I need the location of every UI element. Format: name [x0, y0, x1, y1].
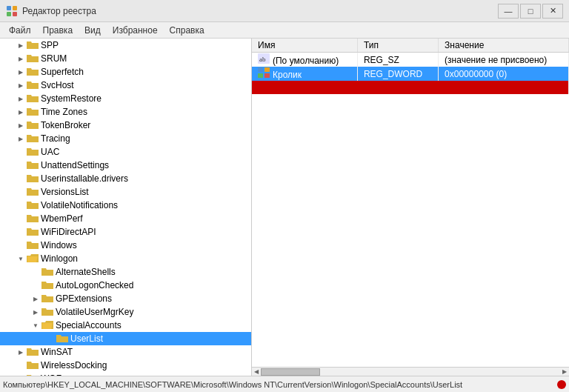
expander-specialaccounts[interactable]: ▼: [30, 319, 41, 331]
svg-rect-1: [13, 6, 17, 10]
folder-icon-wifidirectapi: [27, 227, 39, 237]
folder-icon-systemrestore: [27, 93, 39, 104]
tree-item-wirelessdocking[interactable]: WirelessDocking: [0, 359, 251, 372]
tree-item-tracing[interactable]: ▶ Tracing: [0, 132, 251, 145]
close-button[interactable]: ✕: [542, 4, 563, 19]
folder-icon-alternateshells: [41, 267, 53, 277]
scroll-thumb[interactable]: [261, 368, 320, 376]
tree-label-userlist: UserList: [70, 333, 103, 344]
expander-winlogon[interactable]: ▼: [15, 253, 27, 265]
menu-item-файл[interactable]: Файл: [3, 22, 37, 38]
tree-label-systemrestore: SystemRestore: [41, 93, 102, 104]
svg-rect-8: [258, 73, 263, 78]
tree-item-volatilenotifications[interactable]: VolatileNotifications: [0, 199, 251, 212]
tree-item-tokenbroker[interactable]: ▶ TokenBroker: [0, 119, 251, 132]
tree-item-srum[interactable]: ▶ SRUM: [0, 52, 251, 65]
menu-item-избранное[interactable]: Избранное: [107, 22, 164, 38]
status-text: Компьютер\HKEY_LOCAL_MACHINE\SOFTWARE\Mi…: [3, 380, 554, 389]
table-row[interactable]: КроликREG_DWORD0x00000000 (0): [252, 67, 569, 81]
expander-systemrestore[interactable]: ▶: [15, 93, 27, 104]
tree-item-superfetch[interactable]: ▶ Superfetch: [0, 65, 251, 79]
tree-item-wifidirectapi[interactable]: WiFiDirectAPI: [0, 225, 251, 239]
folder-icon-winsat: [27, 347, 39, 357]
menu-item-справка[interactable]: Справка: [164, 22, 210, 38]
minimize-button[interactable]: —: [498, 4, 519, 19]
tree-item-wbemperf[interactable]: WbemPerf: [0, 212, 251, 225]
svg-rect-7: [264, 67, 270, 72]
folder-icon-tokenbroker: [27, 120, 39, 130]
expander-uac[interactable]: [15, 146, 27, 158]
expander-windows[interactable]: [15, 239, 27, 251]
expander-volatilenotifications[interactable]: [15, 199, 27, 211]
expander-unattendsettings[interactable]: [15, 159, 27, 171]
value-name-text-1: Кролик: [273, 70, 302, 80]
tree-item-volatileusermgrkey[interactable]: ▶ VolatileUserMgrKey: [0, 305, 251, 319]
cell-type-1: REG_DWORD: [357, 67, 438, 81]
expander-tokenbroker[interactable]: ▶: [15, 119, 27, 131]
expander-gpextensions[interactable]: ▶: [30, 293, 41, 305]
folder-icon-spp: [27, 40, 39, 50]
expander-alternateshells[interactable]: [30, 266, 41, 278]
maximize-button[interactable]: □: [520, 4, 541, 19]
values-panel: Имя Тип Значение ab(По умолчанию)REG_SZ(…: [252, 39, 569, 376]
tree-item-versionslist[interactable]: VersionsList: [0, 185, 251, 199]
tree-item-unattendsettings[interactable]: UnattendSettings: [0, 159, 251, 172]
window-controls: — □ ✕: [498, 4, 563, 19]
tree-label-spp: SPP: [41, 40, 59, 50]
status-bar: Компьютер\HKEY_LOCAL_MACHINE\SOFTWARE\Mi…: [0, 376, 569, 392]
table-row[interactable]: ab(По умолчанию)REG_SZ(значение не присв…: [252, 53, 569, 67]
expander-srum[interactable]: ▶: [15, 53, 27, 64]
expander-wbemperf[interactable]: [15, 213, 27, 225]
tree-item-autologonchecked[interactable]: AutoLogonChecked: [0, 279, 251, 292]
scroll-right-btn[interactable]: ▶: [560, 368, 569, 376]
expander-winsat[interactable]: ▶: [15, 346, 27, 358]
folder-icon-srum: [27, 53, 39, 64]
selection-line-row: [252, 81, 569, 94]
tree-label-wbemperf: WbemPerf: [41, 213, 83, 224]
folder-icon-volatilenotifications: [27, 200, 39, 210]
dword-icon: [258, 67, 270, 78]
expander-tracing[interactable]: ▶: [15, 133, 27, 144]
expander-versionslist[interactable]: [15, 186, 27, 198]
expander-spp[interactable]: ▶: [15, 39, 27, 51]
svg-rect-6: [258, 67, 263, 72]
tree-item-winsat[interactable]: ▶ WinSAT: [0, 345, 251, 359]
horizontal-scrollbar[interactable]: ◀ ▶: [252, 367, 569, 376]
tree-item-specialaccounts[interactable]: ▼ SpecialAccounts: [0, 319, 251, 332]
folder-icon-tracing: [27, 133, 39, 144]
expander-timezones[interactable]: ▶: [15, 106, 27, 118]
tree-item-svchost[interactable]: ▶ SvcHost: [0, 79, 251, 92]
cell-value-1: 0x00000000 (0): [439, 67, 569, 81]
tree-item-timezones[interactable]: ▶ Time Zones: [0, 105, 251, 119]
tree-item-windows[interactable]: Windows: [0, 239, 251, 252]
scroll-track[interactable]: [261, 368, 560, 376]
expander-superfetch[interactable]: ▶: [15, 66, 27, 78]
scroll-left-btn[interactable]: ◀: [252, 368, 261, 376]
tree-item-alternateshells[interactable]: AlternateShells: [0, 265, 251, 279]
tree-label-specialaccounts: SpecialAccounts: [56, 320, 122, 330]
tree-item-gpextensions[interactable]: ▶ GPExtensions: [0, 292, 251, 305]
tree-item-systemrestore[interactable]: ▶ SystemRestore: [0, 92, 251, 105]
expander-svchost[interactable]: ▶: [15, 79, 27, 91]
expander-userlist[interactable]: [44, 333, 56, 345]
tree-item-userlist[interactable]: UserList: [0, 332, 251, 345]
svg-rect-3: [13, 12, 17, 16]
expander-userinstallable[interactable]: [15, 173, 27, 185]
tree-item-winlogon[interactable]: ▼ Winlogon: [0, 252, 251, 265]
menu-item-правка[interactable]: Правка: [37, 22, 79, 38]
menu-item-вид[interactable]: Вид: [79, 22, 107, 38]
expander-wirelessdocking[interactable]: [15, 359, 27, 371]
selection-line: [252, 81, 569, 94]
cell-type-0: REG_SZ: [357, 53, 438, 67]
tree-item-uac[interactable]: UAC: [0, 145, 251, 159]
tree-scroll[interactable]: ▶ SPP▶ SRUM▶ Superfetch▶ SvcHost▶ System…: [0, 39, 251, 376]
expander-autologonchecked[interactable]: [30, 279, 41, 291]
tree-label-tracing: Tracing: [41, 133, 70, 144]
window-title: Редактор реестра: [22, 6, 498, 16]
tree-item-spp[interactable]: ▶ SPP: [0, 39, 251, 52]
values-table-scroll[interactable]: Имя Тип Значение ab(По умолчанию)REG_SZ(…: [252, 39, 569, 367]
expander-wifidirectapi[interactable]: [15, 226, 27, 238]
expander-volatileusermgrkey[interactable]: ▶: [30, 306, 41, 318]
tree-item-userinstallable[interactable]: Userinstallable.drivers: [0, 172, 251, 185]
tree-label-wirelessdocking: WirelessDocking: [41, 360, 107, 371]
